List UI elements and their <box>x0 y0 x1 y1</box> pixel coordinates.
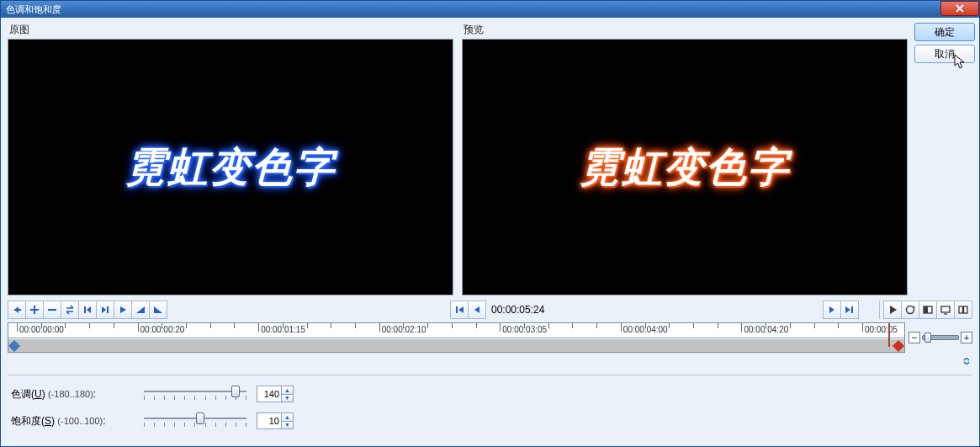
remove-key-button[interactable] <box>43 301 61 319</box>
loop-button[interactable] <box>901 301 919 319</box>
split-button[interactable] <box>954 301 972 319</box>
monitor-button[interactable] <box>936 301 955 319</box>
svg-rect-5 <box>964 306 968 313</box>
sat-label: 饱和度(S) (-100..100): <box>11 414 137 428</box>
play-icon <box>117 304 129 316</box>
next-keyframe-button[interactable] <box>96 301 114 319</box>
dialog-window: 色调和饱和度 原图 霓虹变色字 预览 霓虹变色字 确定 取消 <box>0 0 980 447</box>
content-area: 原图 霓虹变色字 预览 霓虹变色字 确定 取消 <box>1 18 979 446</box>
next-frame-icon <box>826 304 838 316</box>
prev-frame-button[interactable] <box>468 301 486 319</box>
play-key-button[interactable] <box>114 301 132 319</box>
timeline-track[interactable] <box>8 338 904 353</box>
ok-button[interactable]: 确定 <box>914 23 975 41</box>
original-panel: 原图 霓虹变色字 <box>8 23 453 295</box>
keyframe-end[interactable] <box>893 340 904 352</box>
prev-key-icon <box>82 304 93 316</box>
hue-label: 色调(U) (-180..180): <box>11 387 137 402</box>
monitor-icon <box>940 304 951 316</box>
timecode: 00:00:05:24 <box>491 304 544 316</box>
minus-icon <box>46 304 58 316</box>
svg-rect-2 <box>924 306 928 313</box>
chevron-up-down-icon <box>962 358 971 365</box>
hue-input[interactable] <box>257 386 281 402</box>
play-button[interactable] <box>883 301 902 319</box>
undo-icon <box>11 304 23 316</box>
swap-button[interactable] <box>61 301 79 319</box>
hue-slider-thumb[interactable] <box>231 386 240 397</box>
fade-out-icon <box>152 304 164 316</box>
timeline-label: 00:00:05 <box>865 325 898 334</box>
divider <box>8 375 972 375</box>
next-frame-button[interactable] <box>823 301 841 319</box>
original-label: 原图 <box>8 23 453 39</box>
zoom-slider[interactable] <box>922 335 959 340</box>
original-viewport: 霓虹变色字 <box>8 39 453 295</box>
keyframe-start[interactable] <box>8 340 20 352</box>
close-button[interactable] <box>940 1 979 16</box>
hue-spin-up[interactable]: ▲ <box>282 386 293 394</box>
sat-spin-down[interactable]: ▼ <box>282 421 293 429</box>
undo-button[interactable] <box>8 301 26 319</box>
hue-spin-down[interactable]: ▼ <box>282 394 293 402</box>
timeline-ruler[interactable]: 00:00:00:0000:00:00:2000:00:01:1500:00:0… <box>8 323 904 338</box>
titlebar[interactable]: 色调和饱和度 <box>1 1 979 18</box>
fade-out-button[interactable] <box>149 301 167 319</box>
preview-neon-text: 霓虹变色字 <box>580 141 790 194</box>
half-button[interactable] <box>919 301 937 319</box>
zoom-thumb[interactable] <box>924 333 931 343</box>
sat-input[interactable] <box>257 413 281 428</box>
swap-icon <box>64 304 76 316</box>
play-icon <box>887 304 898 316</box>
split-icon <box>957 304 969 316</box>
zoom-in-button[interactable]: + <box>961 332 972 343</box>
title-text: 色调和饱和度 <box>4 3 61 16</box>
sat-slider-thumb[interactable] <box>196 412 204 424</box>
plus-icon <box>29 304 40 316</box>
collapse-toggle[interactable] <box>961 356 972 366</box>
sat-slider[interactable] <box>140 411 250 431</box>
svg-rect-3 <box>941 306 950 312</box>
first-frame-icon <box>453 304 465 316</box>
next-key-icon <box>99 304 111 316</box>
fade-in-icon <box>135 304 146 316</box>
first-frame-button[interactable] <box>450 301 469 319</box>
fade-in-button[interactable] <box>131 301 150 319</box>
hue-slider[interactable] <box>140 384 250 404</box>
prev-frame-icon <box>471 304 483 316</box>
last-frame-button[interactable] <box>840 301 859 319</box>
hue-spinner[interactable]: ▲▼ <box>257 386 294 402</box>
close-icon <box>955 4 965 13</box>
original-neon-text: 霓虹变色字 <box>125 141 336 194</box>
prev-keyframe-button[interactable] <box>78 301 97 319</box>
add-key-button[interactable] <box>25 301 44 319</box>
half-icon <box>922 304 934 316</box>
preview-panel: 预览 霓虹变色字 <box>462 23 908 295</box>
cancel-button[interactable]: 取消 <box>914 45 975 63</box>
preview-viewport: 霓虹变色字 <box>462 39 908 295</box>
preview-label: 预览 <box>462 23 908 39</box>
sat-spinner[interactable]: ▲▼ <box>257 412 294 429</box>
last-frame-icon <box>844 304 856 316</box>
sat-spin-up[interactable]: ▲ <box>282 413 293 421</box>
zoom-out-button[interactable]: − <box>908 332 920 343</box>
loop-icon <box>904 304 916 316</box>
svg-rect-4 <box>959 306 963 313</box>
timeline[interactable]: 00:00:00:0000:00:00:2000:00:01:1500:00:0… <box>8 322 905 353</box>
svg-point-0 <box>907 306 914 314</box>
